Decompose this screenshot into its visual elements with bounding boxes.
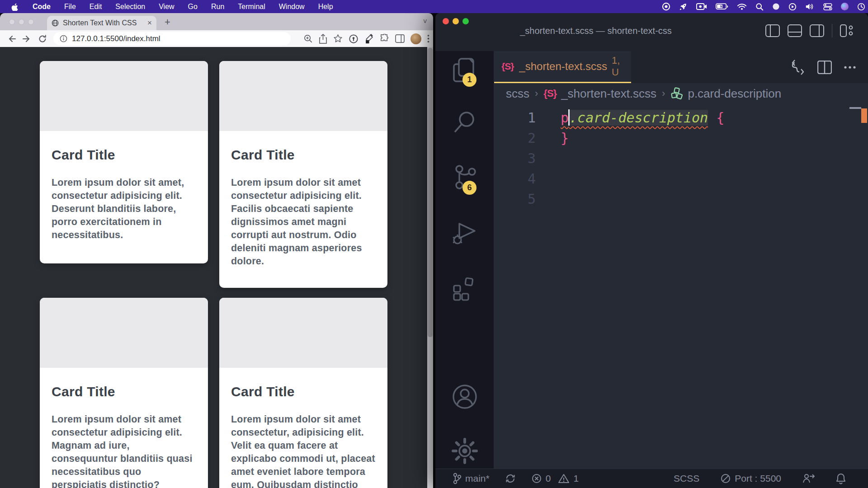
window-minimize-button[interactable] (453, 18, 459, 24)
titlebar-separator (832, 24, 832, 38)
dot-indicator-icon[interactable] (772, 3, 780, 10)
menu-selection[interactable]: Selection (115, 3, 145, 11)
git-branch-item[interactable]: main* (453, 473, 490, 484)
source-control-badge: 6 (462, 181, 476, 195)
browser-window: Shorten Text With CSS × + v 127.0.0.1:55… (0, 13, 433, 488)
breadcrumb-symbol[interactable]: p.card-description (688, 87, 781, 101)
toggle-panel-icon[interactable] (788, 24, 802, 37)
browser-menu-icon[interactable] (427, 34, 429, 43)
card-image-placeholder (40, 61, 208, 131)
sync-changes-item[interactable] (505, 473, 516, 484)
window-close-button[interactable] (9, 19, 15, 25)
reload-button[interactable] (38, 34, 47, 43)
extensions-icon[interactable] (448, 272, 481, 305)
browser-tab[interactable]: Shorten Text With CSS × (47, 16, 156, 30)
menu-file[interactable]: File (64, 3, 76, 11)
activity-bar: 1 6 (435, 51, 494, 469)
notifications-bell-icon[interactable] (835, 473, 846, 484)
live-server-port-item[interactable]: Port : 5500 (720, 473, 781, 484)
colorpicker-extension-icon[interactable] (364, 34, 374, 44)
menu-help[interactable]: Help (318, 3, 333, 11)
card-description: Lorem ipsum dolor sit amet consectetur a… (231, 176, 376, 268)
breadcrumb-folder[interactable]: scss (506, 87, 529, 101)
play-status-icon[interactable] (788, 3, 797, 11)
address-bar[interactable]: 127.0.0.1:5500/index.html (53, 32, 291, 45)
url-text[interactable]: 127.0.0.1:5500/index.html (72, 34, 160, 43)
zoom-icon[interactable] (303, 34, 313, 43)
language-mode-item[interactable]: SCSS (674, 473, 699, 484)
breadcrumb-file[interactable]: _shorten-text.scss (561, 87, 656, 101)
card: Card Title Lorem ipsum dolor sit amet co… (219, 298, 387, 488)
apple-menu-icon[interactable] (11, 3, 18, 11)
tab-search-chevron-icon[interactable]: v (424, 17, 427, 24)
bookmark-star-icon[interactable] (333, 34, 343, 43)
open-changes-icon[interactable] (790, 59, 806, 75)
record-icon[interactable] (662, 2, 670, 11)
customize-layout-icon[interactable] (840, 24, 854, 37)
more-actions-icon[interactable] (844, 66, 856, 69)
card-title: Card Title (52, 384, 196, 399)
battery-icon[interactable] (716, 3, 728, 10)
token-selector-tag: p (561, 110, 569, 126)
browser-tab-strip: Shorten Text With CSS × + v (0, 13, 433, 30)
window-title: _shorten-text.scss — shorten-text-css (499, 26, 693, 36)
menu-run[interactable]: Run (211, 3, 224, 11)
extensions-puzzle-icon[interactable] (380, 34, 389, 43)
code-line: 4 (494, 169, 868, 189)
breadcrumb-separator: › (662, 88, 665, 99)
page-scrollbar[interactable] (427, 47, 433, 488)
tab-git-problem-decoration: 1, U (612, 55, 620, 78)
feedback-icon[interactable] (802, 473, 815, 484)
problems-item[interactable]: 0 1 (531, 473, 579, 484)
language-mode: SCSS (674, 473, 699, 484)
menu-go[interactable]: Go (188, 3, 198, 11)
spotlight-search-icon[interactable] (755, 3, 764, 11)
scss-file-icon: {S} (501, 61, 514, 72)
side-panel-icon[interactable] (395, 34, 405, 43)
toggle-sidebar-icon[interactable] (765, 24, 780, 37)
run-debug-icon[interactable] (448, 216, 481, 250)
menu-app-name[interactable]: Code (33, 3, 51, 11)
menu-view[interactable]: View (159, 3, 174, 11)
toggle-secondary-sidebar-icon[interactable] (810, 24, 824, 37)
warning-count: 1 (573, 473, 579, 484)
wifi-icon[interactable] (737, 3, 747, 10)
accounts-icon[interactable] (448, 380, 481, 413)
menu-terminal[interactable]: Terminal (238, 3, 265, 11)
window-zoom-button[interactable] (28, 19, 34, 25)
menu-edit[interactable]: Edit (90, 3, 102, 11)
window-zoom-button[interactable] (462, 18, 469, 24)
search-icon[interactable] (448, 105, 481, 139)
control-center-icon[interactable] (823, 3, 832, 10)
siri-icon[interactable] (841, 3, 849, 10)
share-icon[interactable] (319, 34, 327, 44)
window-minimize-button[interactable] (19, 19, 24, 25)
rocket-icon[interactable] (679, 2, 688, 11)
tab-title: Shorten Text With CSS (63, 19, 145, 27)
menu-window[interactable]: Window (279, 3, 305, 11)
port-label: Port : 5500 (735, 473, 781, 484)
code-editor[interactable]: 1 p.card-description { 2 } 3 4 5 (494, 104, 868, 469)
profile-avatar[interactable] (410, 33, 421, 44)
back-button[interactable] (6, 34, 16, 43)
vscode-title-bar: _shorten-text.scss — shorten-text-css (435, 13, 868, 51)
symbol-class-icon (670, 87, 683, 100)
tab-shorten-text-scss[interactable]: {S} _shorten-text.scss 1, U (494, 51, 631, 83)
line-number: 4 (494, 169, 536, 189)
code-line: 2 } (494, 128, 868, 148)
tab-close-icon[interactable]: × (147, 19, 152, 28)
card-title: Card Title (231, 384, 376, 399)
new-tab-button[interactable]: + (165, 16, 170, 28)
card-image-placeholder (219, 298, 387, 368)
password-manager-extension-icon[interactable] (349, 34, 359, 44)
clock-icon[interactable] (857, 3, 865, 11)
volume-icon[interactable] (805, 3, 815, 10)
split-editor-icon[interactable] (817, 61, 832, 74)
page-scrollbar-thumb[interactable] (428, 48, 433, 337)
card-description: Lorem ipsum dolor sit amet consectetur a… (52, 413, 196, 488)
screen-record-icon[interactable] (696, 3, 707, 10)
settings-gear-icon[interactable] (448, 434, 481, 468)
forward-button[interactable] (22, 34, 32, 43)
site-info-icon[interactable] (60, 35, 67, 42)
window-close-button[interactable] (443, 18, 449, 24)
